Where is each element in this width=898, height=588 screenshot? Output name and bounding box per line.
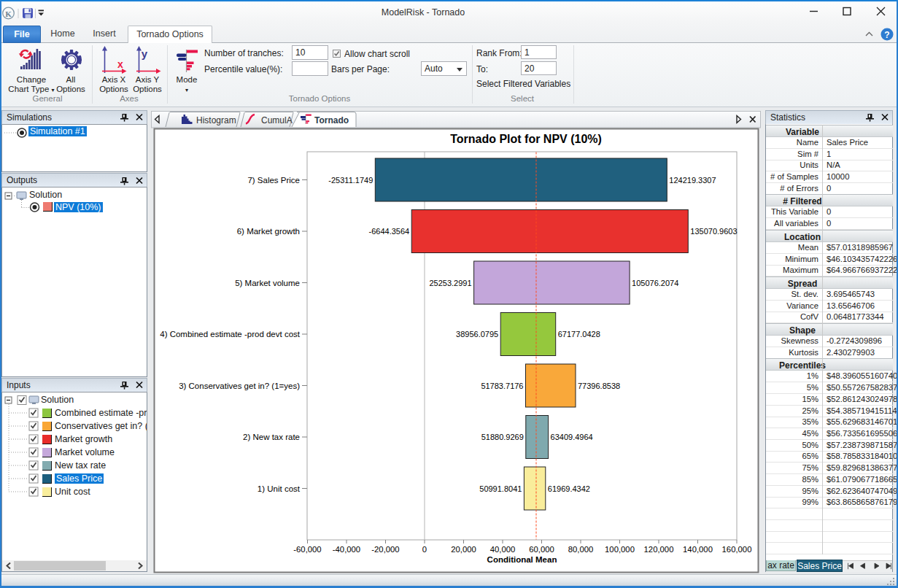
- svg-text:60,000: 60,000: [529, 545, 554, 554]
- svg-text:y: y: [142, 47, 148, 60]
- svg-text:63409.4964: 63409.4964: [551, 433, 593, 441]
- svg-text:4) Combined estimate -prod dev: 4) Combined estimate -prod devt cost: [160, 330, 301, 339]
- svg-text:Histogram: Histogram: [196, 115, 236, 125]
- svg-text:-20,000: -20,000: [371, 545, 399, 554]
- svg-text:1) Unit cost: 1) Unit cost: [258, 484, 301, 493]
- svg-text:80,000: 80,000: [568, 545, 594, 554]
- svg-text:100,000: 100,000: [605, 545, 635, 554]
- svg-text:Conditional Mean: Conditional Mean: [487, 555, 557, 564]
- svg-text:20,000: 20,000: [451, 545, 476, 554]
- svg-text:-6644.3564: -6644.3564: [369, 227, 410, 236]
- svg-text:77396.8538: 77396.8538: [578, 382, 620, 390]
- svg-text:5) Market volume: 5) Market volume: [235, 279, 300, 287]
- svg-text:CumulA: CumulA: [261, 115, 293, 125]
- svg-text:40,000: 40,000: [490, 545, 516, 554]
- svg-text:38956.0795: 38956.0795: [456, 330, 498, 339]
- svg-text:Tornado: Tornado: [314, 115, 349, 125]
- svg-text:-60,000: -60,000: [293, 545, 321, 554]
- svg-text:?: ?: [884, 30, 889, 40]
- svg-text:-40,000: -40,000: [333, 545, 360, 554]
- svg-text:120,000: 120,000: [644, 545, 674, 554]
- svg-text:-25311.1749: -25311.1749: [328, 176, 373, 185]
- svg-text:160,000: 160,000: [722, 545, 752, 554]
- svg-text:51880.9269: 51880.9269: [481, 433, 524, 441]
- svg-text:67177.0428: 67177.0428: [558, 330, 600, 339]
- svg-text:Tornado Plot for NPV (10%): Tornado Plot for NPV (10%): [450, 133, 602, 145]
- svg-text:135070.9603: 135070.9603: [690, 227, 737, 236]
- svg-text:51783.7176: 51783.7176: [481, 382, 523, 390]
- svg-text:61969.4342: 61969.4342: [548, 484, 590, 493]
- svg-text:50991.8041: 50991.8041: [479, 484, 522, 493]
- svg-text:2) New tax rate: 2) New tax rate: [243, 433, 300, 441]
- svg-text:124219.3307: 124219.3307: [669, 176, 716, 185]
- svg-text:0: 0: [422, 545, 427, 554]
- svg-text:6) Market growth: 6) Market growth: [237, 227, 300, 236]
- svg-text:7) Sales Price: 7) Sales Price: [247, 176, 300, 185]
- svg-text:25253.2991: 25253.2991: [429, 279, 471, 287]
- svg-text:K: K: [5, 9, 12, 18]
- svg-text:x: x: [117, 58, 123, 70]
- svg-text:105076.2074: 105076.2074: [632, 279, 678, 287]
- svg-text:140,000: 140,000: [683, 545, 713, 554]
- svg-text:3) Conservatives get in? (1=ye: 3) Conservatives get in? (1=yes): [179, 382, 300, 390]
